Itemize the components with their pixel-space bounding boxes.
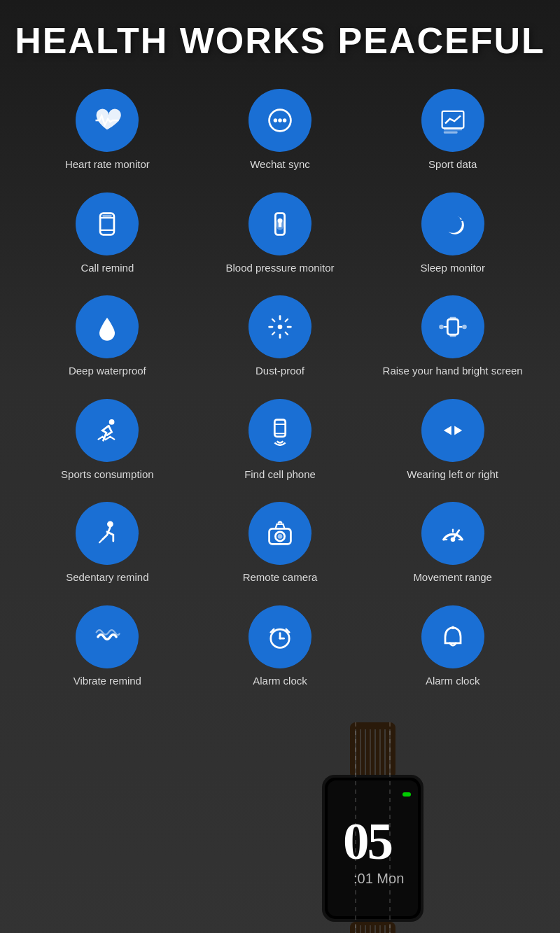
svg-rect-6 (443, 128, 461, 130)
feature-item-remote-camera: Remote camera (194, 495, 367, 591)
svg-rect-28 (449, 334, 456, 337)
feature-item-call-remind: Call remind (21, 185, 194, 282)
sports-consumption-icon-circle (76, 399, 139, 462)
page-wrapper: HEALTH WORKS PEACEFUL Heart rate monitor… (0, 0, 560, 933)
vibrate-label: Vibrate remind (74, 674, 141, 688)
raise-hand-icon-circle (421, 295, 484, 358)
sleep-monitor-label: Sleep monitor (420, 261, 485, 275)
svg-point-43 (278, 534, 283, 539)
svg-point-3 (283, 118, 287, 122)
alarm-clock1-icon-circle (248, 605, 312, 668)
svg-line-25 (272, 332, 274, 335)
svg-marker-37 (443, 426, 451, 435)
svg-rect-15 (279, 222, 281, 227)
features-grid: Heart rate monitorWechat syncSport dataC… (0, 75, 560, 701)
heart-rate-label: Heart rate monitor (65, 157, 150, 171)
page-header: HEALTH WORKS PEACEFUL (0, 0, 560, 75)
wearing-icon-circle (421, 399, 484, 462)
svg-point-29 (439, 325, 444, 330)
feature-item-alarm-clock2: Alarm clock (366, 598, 539, 695)
sleep-monitor-icon-circle: ZZ (421, 192, 484, 255)
feature-item-sport-data: Sport data (366, 82, 539, 178)
feature-item-dust-proof: Dust-proof (194, 288, 367, 385)
feature-item-movement-range: Movement range (366, 495, 539, 591)
sedentary-icon-circle (76, 502, 139, 565)
wearing-label: Wearing left or right (407, 468, 498, 482)
movement-range-label: Movement range (413, 570, 492, 584)
alarm-clock2-icon-circle (421, 605, 484, 668)
feature-item-vibrate: Vibrate remind (21, 598, 194, 695)
raise-hand-label: Raise your hand bright screen (383, 364, 523, 378)
call-remind-icon-circle (76, 192, 139, 255)
sports-consumption-label: Sports consumption (61, 468, 154, 482)
movement-range-icon-circle (421, 502, 484, 565)
svg-point-30 (462, 325, 467, 330)
sport-data-label: Sport data (428, 157, 477, 171)
svg-point-2 (278, 118, 282, 122)
svg-rect-55 (350, 722, 396, 778)
svg-point-45 (450, 538, 455, 542)
alarm-clock1-label: Alarm clock (253, 674, 307, 688)
feature-item-wearing: Wearing left or right (366, 392, 539, 489)
feature-item-wechat: Wechat sync (194, 82, 367, 178)
feature-item-heart-rate: Heart rate monitor (21, 82, 194, 178)
watch-image: 05 :01 Mon (252, 722, 560, 933)
remote-camera-label: Remote camera (243, 570, 318, 584)
wechat-icon-circle (248, 89, 312, 152)
sedentary-label: Sedentary remind (66, 570, 148, 584)
find-phone-icon-circle (248, 399, 312, 462)
feature-item-alarm-clock1: Alarm clock (194, 598, 367, 695)
svg-rect-70 (350, 922, 396, 933)
waterproof-icon-circle (76, 295, 139, 358)
feature-item-sports-consumption: Sports consumption (21, 392, 194, 489)
svg-point-1 (274, 118, 278, 122)
svg-rect-27 (449, 317, 456, 320)
page-title: HEALTH WORKS PEACEFUL (14, 21, 546, 61)
svg-marker-38 (454, 426, 462, 435)
svg-text:05: 05 (343, 812, 392, 870)
waterproof-label: Deep waterproof (69, 364, 146, 378)
svg-rect-54 (451, 626, 454, 629)
svg-text::01  Mon: :01 Mon (354, 871, 404, 886)
svg-line-23 (286, 332, 288, 335)
svg-rect-69 (402, 792, 411, 797)
find-phone-label: Find cell phone (244, 468, 316, 482)
vibrate-icon-circle (76, 605, 139, 668)
svg-rect-7 (443, 132, 457, 134)
svg-text:ZZ: ZZ (456, 213, 465, 222)
wechat-label: Wechat sync (250, 157, 310, 171)
sport-data-icon-circle (421, 89, 484, 152)
feature-item-raise-hand: Raise your hand bright screen (366, 288, 539, 385)
svg-line-40 (99, 540, 102, 542)
call-remind-label: Call remind (80, 261, 134, 275)
svg-rect-26 (447, 319, 458, 335)
svg-rect-11 (103, 214, 112, 216)
bottom-area: 05 :01 Mon (21, 701, 539, 933)
svg-line-24 (286, 319, 288, 321)
svg-line-22 (272, 319, 274, 321)
svg-point-33 (109, 419, 115, 425)
feature-item-sleep-monitor: ZZSleep monitor (366, 185, 539, 282)
feature-item-waterproof: Deep waterproof (21, 288, 194, 385)
heart-rate-icon-circle (76, 89, 139, 152)
feature-item-sedentary: Sedentary remind (21, 495, 194, 591)
dust-proof-icon-circle (248, 295, 312, 358)
svg-point-17 (278, 325, 283, 330)
dust-proof-label: Dust-proof (255, 364, 304, 378)
feature-item-find-phone: Find cell phone (194, 392, 367, 489)
blood-pressure-label: Blood pressure monitor (225, 261, 334, 275)
blood-pressure-icon-circle (248, 192, 312, 255)
feature-item-blood-pressure: Blood pressure monitor (194, 185, 367, 282)
remote-camera-icon-circle (248, 502, 312, 565)
alarm-clock2-label: Alarm clock (426, 674, 480, 688)
